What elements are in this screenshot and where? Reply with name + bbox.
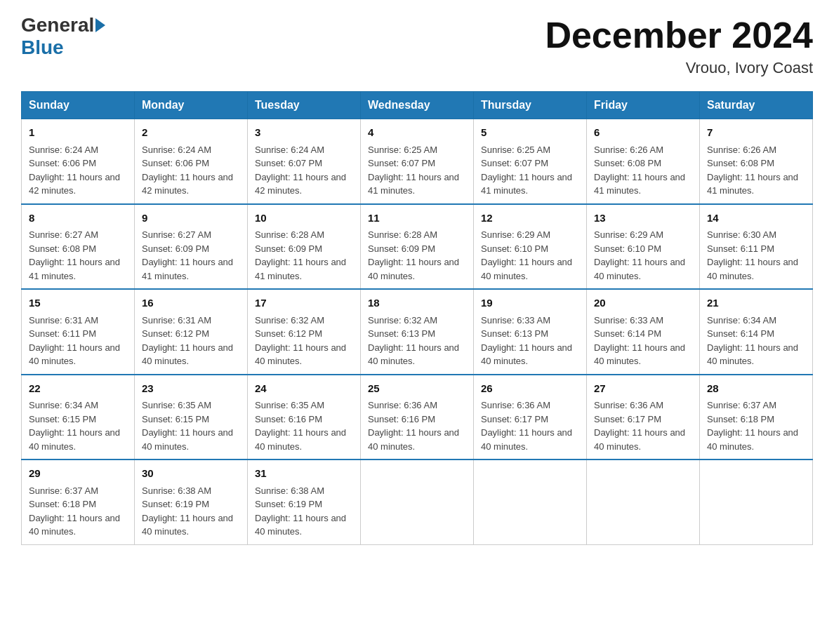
day-info: Sunrise: 6:31 AMSunset: 6:11 PMDaylight:… bbox=[29, 315, 120, 367]
day-info: Sunrise: 6:37 AMSunset: 6:18 PMDaylight:… bbox=[707, 400, 798, 452]
header-saturday: Saturday bbox=[700, 92, 813, 119]
day-info: Sunrise: 6:29 AMSunset: 6:10 PMDaylight:… bbox=[481, 229, 572, 281]
day-number: 2 bbox=[142, 125, 240, 141]
day-number: 23 bbox=[142, 381, 240, 397]
day-info: Sunrise: 6:24 AMSunset: 6:07 PMDaylight:… bbox=[255, 145, 346, 196]
month-title: December 2024 bbox=[545, 14, 813, 56]
day-number: 18 bbox=[368, 295, 466, 311]
day-number: 25 bbox=[368, 381, 466, 397]
day-number: 16 bbox=[142, 295, 240, 311]
calendar-cell: 20Sunrise: 6:33 AMSunset: 6:14 PMDayligh… bbox=[587, 289, 700, 375]
day-info: Sunrise: 6:36 AMSunset: 6:16 PMDaylight:… bbox=[368, 400, 459, 452]
logo-blue-text: Blue bbox=[21, 36, 64, 59]
day-number: 19 bbox=[481, 295, 579, 311]
header-tuesday: Tuesday bbox=[248, 92, 361, 119]
calendar-cell: 14Sunrise: 6:30 AMSunset: 6:11 PMDayligh… bbox=[700, 204, 813, 290]
logo-arrow-icon bbox=[95, 18, 105, 32]
day-info: Sunrise: 6:33 AMSunset: 6:13 PMDaylight:… bbox=[481, 315, 572, 367]
calendar-week-row: 8Sunrise: 6:27 AMSunset: 6:08 PMDaylight… bbox=[22, 204, 813, 290]
day-number: 12 bbox=[481, 210, 579, 227]
calendar-cell: 15Sunrise: 6:31 AMSunset: 6:11 PMDayligh… bbox=[22, 289, 135, 375]
calendar-cell: 21Sunrise: 6:34 AMSunset: 6:14 PMDayligh… bbox=[700, 289, 813, 375]
day-number: 28 bbox=[707, 381, 805, 397]
day-number: 11 bbox=[368, 210, 466, 227]
day-info: Sunrise: 6:27 AMSunset: 6:08 PMDaylight:… bbox=[29, 229, 120, 281]
logo: General Blue bbox=[21, 14, 107, 59]
day-info: Sunrise: 6:26 AMSunset: 6:08 PMDaylight:… bbox=[594, 145, 685, 196]
calendar-cell: 30Sunrise: 6:38 AMSunset: 6:19 PMDayligh… bbox=[135, 459, 248, 544]
calendar-cell bbox=[587, 459, 700, 544]
calendar-header-row: SundayMondayTuesdayWednesdayThursdayFrid… bbox=[22, 92, 813, 119]
day-info: Sunrise: 6:35 AMSunset: 6:15 PMDaylight:… bbox=[142, 400, 233, 452]
calendar-cell: 26Sunrise: 6:36 AMSunset: 6:17 PMDayligh… bbox=[474, 375, 587, 460]
calendar-cell: 8Sunrise: 6:27 AMSunset: 6:08 PMDaylight… bbox=[22, 204, 135, 290]
calendar-week-row: 22Sunrise: 6:34 AMSunset: 6:15 PMDayligh… bbox=[22, 375, 813, 460]
calendar-week-row: 1Sunrise: 6:24 AMSunset: 6:06 PMDaylight… bbox=[22, 119, 813, 204]
day-info: Sunrise: 6:30 AMSunset: 6:11 PMDaylight:… bbox=[707, 229, 798, 281]
calendar-table: SundayMondayTuesdayWednesdayThursdayFrid… bbox=[21, 91, 813, 545]
day-info: Sunrise: 6:35 AMSunset: 6:16 PMDaylight:… bbox=[255, 400, 346, 452]
day-number: 4 bbox=[368, 125, 466, 141]
day-number: 22 bbox=[29, 381, 127, 397]
calendar-cell: 5Sunrise: 6:25 AMSunset: 6:07 PMDaylight… bbox=[474, 119, 587, 204]
header-monday: Monday bbox=[135, 92, 248, 119]
day-number: 21 bbox=[707, 295, 805, 311]
day-number: 26 bbox=[481, 381, 579, 397]
day-info: Sunrise: 6:25 AMSunset: 6:07 PMDaylight:… bbox=[368, 145, 459, 196]
day-number: 9 bbox=[142, 210, 240, 227]
day-number: 14 bbox=[707, 210, 805, 227]
logo-general-text: General bbox=[21, 14, 94, 36]
calendar-cell: 4Sunrise: 6:25 AMSunset: 6:07 PMDaylight… bbox=[361, 119, 474, 204]
calendar-cell: 13Sunrise: 6:29 AMSunset: 6:10 PMDayligh… bbox=[587, 204, 700, 290]
calendar-cell: 25Sunrise: 6:36 AMSunset: 6:16 PMDayligh… bbox=[361, 375, 474, 460]
calendar-cell: 10Sunrise: 6:28 AMSunset: 6:09 PMDayligh… bbox=[248, 204, 361, 290]
calendar-cell: 9Sunrise: 6:27 AMSunset: 6:09 PMDaylight… bbox=[135, 204, 248, 290]
calendar-cell: 1Sunrise: 6:24 AMSunset: 6:06 PMDaylight… bbox=[22, 119, 135, 204]
calendar-cell: 31Sunrise: 6:38 AMSunset: 6:19 PMDayligh… bbox=[248, 459, 361, 544]
day-number: 7 bbox=[707, 125, 805, 141]
calendar-cell: 7Sunrise: 6:26 AMSunset: 6:08 PMDaylight… bbox=[700, 119, 813, 204]
day-number: 13 bbox=[594, 210, 692, 227]
day-info: Sunrise: 6:34 AMSunset: 6:14 PMDaylight:… bbox=[707, 315, 798, 367]
day-number: 30 bbox=[142, 466, 240, 482]
calendar-cell: 27Sunrise: 6:36 AMSunset: 6:17 PMDayligh… bbox=[587, 375, 700, 460]
header-thursday: Thursday bbox=[474, 92, 587, 119]
day-number: 1 bbox=[29, 125, 127, 141]
calendar-cell bbox=[474, 459, 587, 544]
day-info: Sunrise: 6:36 AMSunset: 6:17 PMDaylight:… bbox=[481, 400, 572, 452]
calendar-week-row: 15Sunrise: 6:31 AMSunset: 6:11 PMDayligh… bbox=[22, 289, 813, 375]
day-number: 29 bbox=[29, 466, 127, 482]
page-header: General Blue December 2024 Vrouo, Ivory … bbox=[21, 14, 813, 77]
day-info: Sunrise: 6:24 AMSunset: 6:06 PMDaylight:… bbox=[142, 145, 233, 196]
calendar-cell: 24Sunrise: 6:35 AMSunset: 6:16 PMDayligh… bbox=[248, 375, 361, 460]
calendar-cell: 29Sunrise: 6:37 AMSunset: 6:18 PMDayligh… bbox=[22, 459, 135, 544]
day-number: 20 bbox=[594, 295, 692, 311]
day-number: 31 bbox=[255, 466, 353, 482]
day-info: Sunrise: 6:28 AMSunset: 6:09 PMDaylight:… bbox=[255, 229, 346, 281]
calendar-cell: 28Sunrise: 6:37 AMSunset: 6:18 PMDayligh… bbox=[700, 375, 813, 460]
calendar-cell: 19Sunrise: 6:33 AMSunset: 6:13 PMDayligh… bbox=[474, 289, 587, 375]
day-number: 6 bbox=[594, 125, 692, 141]
header-friday: Friday bbox=[587, 92, 700, 119]
calendar-cell: 18Sunrise: 6:32 AMSunset: 6:13 PMDayligh… bbox=[361, 289, 474, 375]
day-info: Sunrise: 6:29 AMSunset: 6:10 PMDaylight:… bbox=[594, 229, 685, 281]
calendar-cell: 6Sunrise: 6:26 AMSunset: 6:08 PMDaylight… bbox=[587, 119, 700, 204]
day-info: Sunrise: 6:38 AMSunset: 6:19 PMDaylight:… bbox=[142, 485, 233, 537]
calendar-cell: 22Sunrise: 6:34 AMSunset: 6:15 PMDayligh… bbox=[22, 375, 135, 460]
day-number: 10 bbox=[255, 210, 353, 227]
day-info: Sunrise: 6:24 AMSunset: 6:06 PMDaylight:… bbox=[29, 145, 120, 196]
title-area: December 2024 Vrouo, Ivory Coast bbox=[545, 14, 813, 77]
calendar-cell: 17Sunrise: 6:32 AMSunset: 6:12 PMDayligh… bbox=[248, 289, 361, 375]
location-text: Vrouo, Ivory Coast bbox=[545, 59, 813, 77]
day-info: Sunrise: 6:36 AMSunset: 6:17 PMDaylight:… bbox=[594, 400, 685, 452]
day-number: 17 bbox=[255, 295, 353, 311]
day-info: Sunrise: 6:32 AMSunset: 6:13 PMDaylight:… bbox=[368, 315, 459, 367]
day-info: Sunrise: 6:25 AMSunset: 6:07 PMDaylight:… bbox=[481, 145, 572, 196]
calendar-cell: 12Sunrise: 6:29 AMSunset: 6:10 PMDayligh… bbox=[474, 204, 587, 290]
day-info: Sunrise: 6:28 AMSunset: 6:09 PMDaylight:… bbox=[368, 229, 459, 281]
calendar-week-row: 29Sunrise: 6:37 AMSunset: 6:18 PMDayligh… bbox=[22, 459, 813, 544]
day-number: 15 bbox=[29, 295, 127, 311]
header-sunday: Sunday bbox=[22, 92, 135, 119]
day-info: Sunrise: 6:37 AMSunset: 6:18 PMDaylight:… bbox=[29, 485, 120, 537]
calendar-cell: 16Sunrise: 6:31 AMSunset: 6:12 PMDayligh… bbox=[135, 289, 248, 375]
